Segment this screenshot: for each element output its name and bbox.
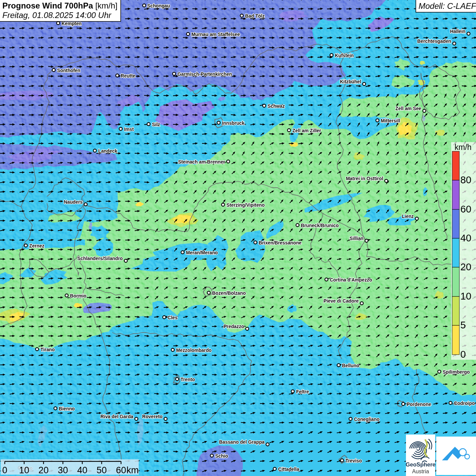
svg-text:Prognose Wind 700hPa [km/h]: Prognose Wind 700hPa [km/h]	[2, 1, 118, 10]
svg-text:Tirano: Tirano	[40, 347, 55, 352]
svg-text:Matrei in Osttirol: Matrei in Osttirol	[346, 176, 383, 181]
svg-text:Riva del Garda: Riva del Garda	[100, 414, 133, 419]
svg-text:Trento: Trento	[181, 377, 195, 382]
svg-text:Lienz: Lienz	[402, 214, 414, 219]
svg-text:Bruneck/Brunico: Bruneck/Brunico	[301, 223, 339, 228]
svg-text:Kitzbühel: Kitzbühel	[340, 79, 361, 84]
svg-text:Predazzo: Predazzo	[223, 324, 244, 329]
svg-text:Schlanders/Silandro: Schlanders/Silandro	[78, 256, 123, 261]
svg-text:Silz: Silz	[152, 122, 160, 127]
svg-text:Steinach am Brenner: Steinach am Brenner	[178, 159, 225, 165]
svg-text:Brixen/Bressanone: Brixen/Bressanone	[259, 240, 302, 245]
svg-text:Sterzing/Vipiteno: Sterzing/Vipiteno	[226, 203, 265, 208]
svg-text:Treviso: Treviso	[345, 458, 362, 463]
svg-text:Schwaz: Schwaz	[268, 104, 285, 109]
svg-text:Imst: Imst	[124, 127, 134, 132]
svg-text:Garmisch-Partenkirchen: Garmisch-Partenkirchen	[177, 72, 232, 77]
svg-text:Bad Tölz: Bad Tölz	[245, 14, 265, 19]
svg-text:Codroipo: Codroipo	[454, 401, 475, 406]
svg-text:0: 0	[460, 349, 466, 360]
svg-text:Reutte: Reutte	[121, 73, 135, 79]
svg-text:Schio: Schio	[215, 454, 228, 459]
svg-text:Zernez: Zernez	[29, 243, 45, 249]
svg-text:Kempten: Kempten	[62, 21, 82, 26]
svg-text:Austria: Austria	[412, 469, 429, 474]
svg-text:60: 60	[460, 204, 471, 215]
svg-text:Kufstein: Kufstein	[335, 53, 354, 58]
svg-text:Zell am Ziller: Zell am Ziller	[292, 128, 321, 133]
svg-text:20: 20	[38, 465, 49, 475]
svg-text:GeoSphere: GeoSphere	[406, 461, 436, 468]
svg-text:Mittersill: Mittersill	[381, 118, 400, 123]
svg-text:Zell am See: Zell am See	[395, 106, 421, 111]
svg-text:Bienno: Bienno	[59, 406, 75, 411]
svg-text:30: 30	[58, 465, 68, 475]
svg-text:Freitag, 01.08.2025 14:00 Uhr: Freitag, 01.08.2025 14:00 Uhr	[2, 11, 112, 20]
svg-text:Nauders: Nauders	[64, 200, 83, 205]
svg-text:40: 40	[77, 465, 87, 475]
svg-text:Sonthofen: Sonthofen	[57, 68, 80, 73]
svg-text:Meran/Merano: Meran/Merano	[186, 250, 218, 255]
svg-text:Cles: Cles	[168, 315, 177, 320]
svg-text:Bozen/Bolzano: Bozen/Bolzano	[212, 291, 246, 296]
svg-text:10: 10	[19, 465, 29, 475]
svg-text:60: 60	[116, 465, 126, 475]
svg-text:km/h: km/h	[455, 143, 472, 152]
svg-text:Schongau: Schongau	[147, 3, 170, 8]
svg-text:Spilimbergo: Spilimbergo	[443, 370, 470, 375]
svg-text:Mezzolombardo: Mezzolombardo	[176, 348, 211, 353]
svg-text:Pordenone: Pordenone	[407, 402, 431, 407]
svg-text:Feltre: Feltre	[296, 389, 309, 394]
svg-text:Landeck: Landeck	[98, 149, 117, 154]
svg-text:Belluno: Belluno	[342, 363, 359, 368]
svg-text:Hallein: Hallein	[450, 29, 465, 34]
svg-text:Modell: C-LAEF: Modell: C-LAEF	[419, 1, 476, 11]
svg-text:Bormio: Bormio	[70, 293, 86, 299]
svg-text:km: km	[126, 465, 139, 475]
svg-text:0: 0	[2, 465, 7, 475]
svg-text:Innsbruck: Innsbruck	[222, 121, 244, 126]
svg-text:40: 40	[460, 233, 471, 243]
svg-text:20: 20	[460, 261, 471, 272]
svg-text:Murnau am Staffelsee: Murnau am Staffelsee	[191, 32, 240, 37]
svg-text:Rovereto: Rovereto	[142, 414, 163, 419]
svg-text:5: 5	[460, 320, 466, 330]
svg-text:Conegliano: Conegliano	[354, 417, 379, 422]
svg-text:Cortina d'Ampezzo: Cortina d'Ampezzo	[330, 277, 372, 283]
svg-text:80: 80	[460, 174, 471, 185]
svg-text:Sillian: Sillian	[350, 236, 363, 241]
svg-text:Berchtesgaden: Berchtesgaden	[417, 39, 451, 44]
svg-text:10: 10	[460, 291, 471, 302]
svg-text:Cittadella: Cittadella	[278, 467, 299, 472]
svg-text:Bassano del Grappa: Bassano del Grappa	[219, 440, 265, 445]
svg-text:Pieve di Cadore: Pieve di Cadore	[323, 299, 359, 304]
svg-text:50: 50	[97, 465, 107, 475]
